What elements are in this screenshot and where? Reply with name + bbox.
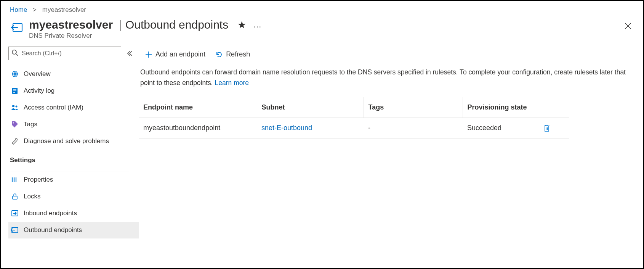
- sidebar-section-settings: Settings: [8, 150, 139, 168]
- sidebar-item-label: Locks: [24, 193, 40, 200]
- sidebar-item-activity-log[interactable]: Activity log: [8, 82, 139, 99]
- breadcrumb: Home > myeastresolver: [1, 1, 643, 18]
- resource-name: myeastresolver: [29, 18, 113, 31]
- sidebar-item-label: Access control (IAM): [24, 104, 83, 111]
- resource-type-subtitle: DNS Private Resolver: [29, 32, 624, 40]
- sidebar-item-properties[interactable]: Properties: [8, 171, 139, 188]
- page-title: myeastresolver | Outbound endpoints ★ …: [29, 18, 624, 31]
- svg-point-7: [13, 122, 14, 124]
- column-header-actions: [539, 97, 569, 118]
- page-header: myeastresolver | Outbound endpoints ★ … …: [1, 18, 643, 47]
- svg-point-5: [12, 105, 14, 107]
- sidebar-item-diagnose[interactable]: Diagnose and solve problems: [8, 133, 139, 150]
- collapse-sidebar-icon[interactable]: [127, 50, 133, 56]
- description-text: Outbound endpoints can forward domain na…: [139, 67, 632, 88]
- learn-more-link[interactable]: Learn more: [215, 79, 249, 87]
- sidebar-item-label: Properties: [24, 176, 53, 184]
- delete-button[interactable]: [543, 124, 565, 132]
- sidebar-item-inbound-endpoints[interactable]: Inbound endpoints: [8, 205, 139, 222]
- sidebar-nav: Overview Activity log Access control (IA…: [8, 66, 139, 150]
- add-endpoint-button[interactable]: Add an endpoint: [145, 50, 205, 58]
- page-name: Outbound endpoints: [125, 18, 228, 31]
- svg-point-1: [12, 50, 16, 54]
- cell-tags: -: [364, 118, 463, 139]
- plus-icon: [145, 51, 152, 58]
- wrench-icon: [10, 137, 20, 145]
- sidebar-nav-settings: Properties Locks Inbound endpoints Outbo…: [8, 171, 139, 238]
- favorite-star-icon[interactable]: ★: [237, 19, 246, 31]
- table-row[interactable]: myeastoutboundendpoint snet-E-outbound -…: [139, 118, 569, 139]
- properties-icon: [10, 176, 20, 184]
- sidebar-item-access-control[interactable]: Access control (IAM): [8, 99, 139, 116]
- cell-state: Succeeded: [463, 118, 539, 139]
- sidebar-item-label: Diagnose and solve problems: [24, 137, 109, 145]
- svg-point-6: [16, 106, 18, 108]
- svg-rect-8: [13, 196, 17, 199]
- sidebar-item-locks[interactable]: Locks: [8, 188, 139, 205]
- sidebar-search: [8, 47, 121, 60]
- sidebar-search-input[interactable]: [8, 47, 121, 60]
- outbound-icon: [10, 226, 20, 234]
- subnet-link[interactable]: snet-E-outbound: [261, 124, 312, 132]
- back-icon[interactable]: [10, 20, 25, 35]
- sidebar-item-overview[interactable]: Overview: [8, 66, 139, 82]
- tag-icon: [10, 121, 20, 128]
- breadcrumb-current[interactable]: myeastresolver: [42, 6, 86, 13]
- sidebar-item-label: Outbound endpoints: [24, 226, 82, 234]
- table-header-row: Endpoint name Subnet Tags Provisioning s…: [139, 97, 569, 118]
- search-icon: [11, 49, 18, 56]
- cell-endpoint-name: myeastoutboundendpoint: [139, 118, 257, 139]
- main-content: Add an endpoint Refresh Outbound endpoin…: [139, 47, 643, 238]
- refresh-button[interactable]: Refresh: [215, 50, 250, 58]
- sidebar: Overview Activity log Access control (IA…: [8, 47, 139, 238]
- sidebar-item-label: Activity log: [24, 87, 54, 95]
- sidebar-item-label: Overview: [24, 70, 51, 78]
- breadcrumb-home-link[interactable]: Home: [10, 6, 27, 13]
- toolbar-label: Add an endpoint: [155, 50, 205, 58]
- inbound-icon: [10, 209, 20, 217]
- cell-subnet: snet-E-outbound: [257, 118, 364, 139]
- breadcrumb-separator: >: [33, 6, 37, 13]
- log-icon: [10, 87, 20, 95]
- globe-icon: [10, 70, 20, 78]
- sidebar-item-label: Tags: [24, 121, 37, 128]
- toolbar-label: Refresh: [226, 50, 250, 58]
- close-blade-button[interactable]: [624, 22, 632, 30]
- more-actions-icon[interactable]: …: [253, 20, 262, 30]
- column-header-state[interactable]: Provisioning state: [463, 97, 539, 118]
- refresh-icon: [215, 51, 223, 58]
- sidebar-item-outbound-endpoints[interactable]: Outbound endpoints: [8, 222, 139, 238]
- toolbar: Add an endpoint Refresh: [139, 47, 632, 67]
- cell-actions: [539, 118, 569, 139]
- lock-icon: [10, 193, 20, 200]
- sidebar-item-tags[interactable]: Tags: [8, 116, 139, 133]
- description-body: Outbound endpoints can forward domain na…: [140, 68, 626, 87]
- sidebar-item-label: Inbound endpoints: [24, 209, 77, 217]
- column-header-name[interactable]: Endpoint name: [139, 97, 257, 118]
- endpoints-table: Endpoint name Subnet Tags Provisioning s…: [139, 97, 569, 139]
- people-icon: [10, 104, 20, 111]
- column-header-subnet[interactable]: Subnet: [257, 97, 364, 118]
- column-header-tags[interactable]: Tags: [364, 97, 463, 118]
